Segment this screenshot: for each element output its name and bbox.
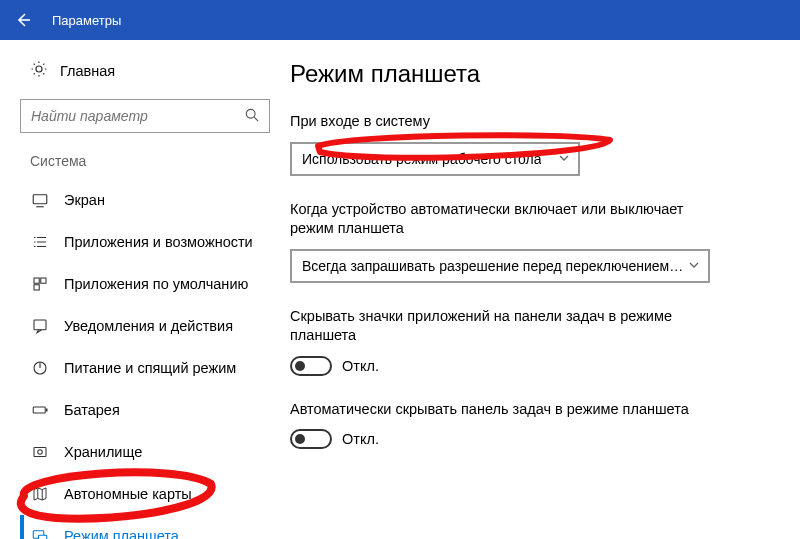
svg-rect-4	[34, 278, 39, 283]
sidebar-item-battery[interactable]: Батарея	[20, 389, 280, 431]
sidebar-item-label: Экран	[64, 192, 105, 208]
map-icon	[30, 485, 50, 503]
sidebar-item-label: Автономные карты	[64, 486, 192, 502]
main-panel: Режим планшета При входе в систему Испол…	[290, 40, 800, 539]
search-input[interactable]	[21, 108, 235, 124]
hidetaskbar-label: Автоматически скрывать панель задач в ре…	[290, 400, 720, 420]
sidebar-item-label: Уведомления и действия	[64, 318, 233, 334]
gear-icon	[30, 60, 48, 81]
hideicons-label: Скрывать значки приложений на панели зад…	[290, 307, 720, 346]
sidebar-item-default-apps[interactable]: Приложения по умолчанию	[20, 263, 280, 305]
toggle-state-label: Откл.	[342, 358, 379, 374]
signin-dropdown[interactable]: Использовать режим рабочего стола	[290, 142, 580, 176]
sidebar-item-apps[interactable]: Приложения и возможности	[20, 221, 280, 263]
toggle-state-label: Откл.	[342, 431, 379, 447]
autoswitch-label: Когда устройство автоматически включает …	[290, 200, 720, 239]
dropdown-value: Всегда запрашивать разрешение перед пере…	[302, 258, 683, 274]
svg-rect-2	[33, 195, 47, 204]
sidebar-item-maps[interactable]: Автономные карты	[20, 473, 280, 515]
list-icon	[30, 233, 50, 251]
svg-rect-11	[46, 409, 48, 412]
hidetaskbar-toggle[interactable]	[290, 429, 332, 449]
sidebar-item-notifications[interactable]: Уведомления и действия	[20, 305, 280, 347]
sidebar-item-display[interactable]: Экран	[20, 179, 280, 221]
svg-line-1	[254, 117, 258, 121]
svg-point-0	[246, 109, 255, 118]
power-icon	[30, 359, 50, 377]
sidebar-home[interactable]: Главная	[20, 56, 280, 85]
notification-icon	[30, 317, 50, 335]
sidebar-section-label: Система	[30, 153, 280, 169]
svg-rect-15	[39, 535, 47, 539]
titlebar: Параметры	[0, 0, 800, 40]
search-icon	[235, 108, 269, 125]
battery-icon	[30, 401, 50, 419]
svg-rect-5	[41, 278, 46, 283]
toggle-knob	[295, 434, 305, 444]
sidebar-item-label: Питание и спящий режим	[64, 360, 236, 376]
svg-rect-7	[34, 320, 46, 330]
back-button[interactable]	[0, 0, 46, 40]
window-title: Параметры	[52, 13, 121, 28]
page-title: Режим планшета	[290, 60, 782, 88]
sidebar-item-label: Приложения по умолчанию	[64, 276, 248, 292]
svg-point-13	[38, 450, 43, 455]
arrow-left-icon	[15, 12, 31, 28]
default-apps-icon	[30, 275, 50, 293]
search-box[interactable]	[20, 99, 270, 133]
tablet-icon	[30, 527, 50, 539]
sidebar-item-label: Приложения и возможности	[64, 234, 253, 250]
sidebar: Главная Система Экран Приложения и возмо…	[0, 40, 290, 539]
sidebar-item-label: Батарея	[64, 402, 120, 418]
sidebar-item-power[interactable]: Питание и спящий режим	[20, 347, 280, 389]
chevron-down-icon	[688, 258, 700, 274]
svg-rect-6	[34, 285, 39, 290]
dropdown-value: Использовать режим рабочего стола	[302, 151, 541, 167]
sidebar-item-tablet-mode[interactable]: Режим планшета	[20, 515, 280, 539]
sidebar-item-label: Хранилище	[64, 444, 142, 460]
chevron-down-icon	[558, 151, 570, 167]
toggle-knob	[295, 361, 305, 371]
sidebar-item-storage[interactable]: Хранилище	[20, 431, 280, 473]
svg-rect-12	[34, 448, 46, 457]
autoswitch-dropdown[interactable]: Всегда запрашивать разрешение перед пере…	[290, 249, 710, 283]
sidebar-item-label: Режим планшета	[64, 528, 179, 539]
signin-label: При входе в систему	[290, 112, 720, 132]
storage-icon	[30, 443, 50, 461]
svg-rect-10	[33, 407, 45, 413]
sidebar-home-label: Главная	[60, 63, 115, 79]
hideicons-toggle[interactable]	[290, 356, 332, 376]
monitor-icon	[30, 191, 50, 209]
